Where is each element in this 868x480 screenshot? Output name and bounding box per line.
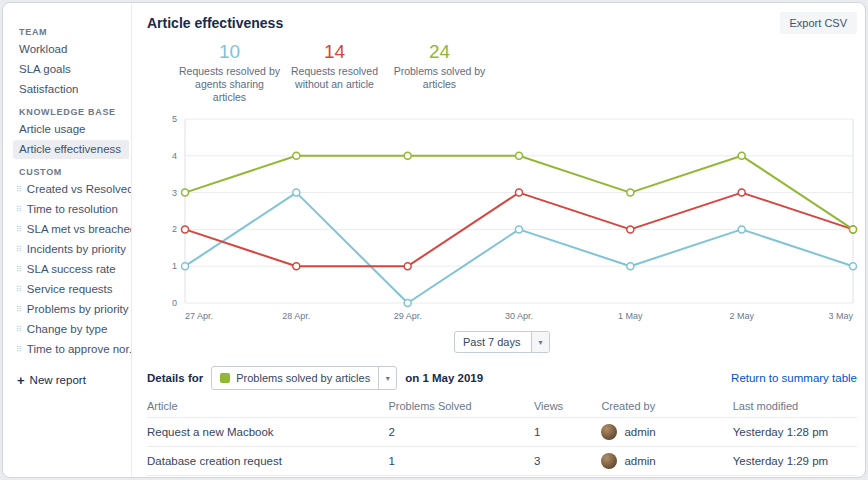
created-by-name: admin xyxy=(624,455,655,467)
chevron-down-icon: ▾ xyxy=(531,332,549,352)
x-axis-tick-label: 28 Apr. xyxy=(282,311,310,321)
chart-point[interactable] xyxy=(182,189,189,196)
time-range-value: Past 7 days xyxy=(455,332,531,352)
chart-point[interactable] xyxy=(182,226,189,233)
chart-point[interactable] xyxy=(404,152,411,159)
sidebar-section-knowledge-base: KNOWLEDGE BASEArticle usageArticle effec… xyxy=(3,107,131,159)
stat-value: 10 xyxy=(177,41,282,63)
drag-handle-icon[interactable]: ⠿ xyxy=(16,246,22,254)
sidebar-item-label: Problems by priority xyxy=(27,303,129,316)
problems-solved-cell: 1 xyxy=(388,447,534,476)
sidebar-item-label: SLA met vs breached xyxy=(27,223,131,236)
details-table: ArticleProblems SolvedViewsCreated byLas… xyxy=(147,395,857,476)
drag-handle-icon[interactable]: ⠿ xyxy=(16,226,22,234)
sidebar-item-service-requests[interactable]: ⠿Service requests xyxy=(3,280,131,299)
x-axis-tick-label: 29 Apr. xyxy=(394,311,422,321)
sidebar-item-time-to-resolution[interactable]: ⠿Time to resolution xyxy=(3,200,131,219)
drag-handle-icon[interactable]: ⠿ xyxy=(16,186,22,194)
series-select[interactable]: Problems solved by articles ▾ xyxy=(211,366,397,390)
column-header-problems-solved: Problems Solved xyxy=(388,395,534,418)
time-range-row: Past 7 days ▾ xyxy=(147,331,857,353)
sidebar-item-label: Satisfaction xyxy=(19,83,78,95)
details-bar: Details for Problems solved by articles … xyxy=(147,366,857,390)
column-header-views: Views xyxy=(534,395,601,418)
sidebar-item-article-usage[interactable]: Article usage xyxy=(3,120,131,139)
chevron-down-icon: ▾ xyxy=(378,367,396,389)
time-range-select[interactable]: Past 7 days ▾ xyxy=(454,331,550,353)
sidebar-item-change-by-type[interactable]: ⠿Change by type xyxy=(3,320,131,339)
sidebar-section-team: TEAMWorkloadSLA goalsSatisfaction xyxy=(3,27,131,99)
sidebar-item-time-to-approve-nor[interactable]: ⠿Time to approve nor... xyxy=(3,340,131,359)
chart-point[interactable] xyxy=(516,152,523,159)
sidebar-item-label: Service requests xyxy=(27,283,113,296)
sidebar-section-custom: CUSTOM⠿Created vs Resolved⠿Time to resol… xyxy=(3,167,131,359)
sidebar-item-incidents-by-priority[interactable]: ⠿Incidents by priority xyxy=(3,240,131,259)
chart-point[interactable] xyxy=(627,189,634,196)
sidebar-item-label: Created vs Resolved xyxy=(27,183,131,196)
y-axis-tick-label: 5 xyxy=(172,114,177,124)
stat-requests-resolved-by-agents-sharing-articles: 10Requests resolved by agents sharing ar… xyxy=(177,41,282,104)
new-report-button[interactable]: + New report xyxy=(3,367,131,389)
x-axis-tick-label: 30 Apr. xyxy=(505,311,533,321)
chart-point[interactable] xyxy=(627,226,634,233)
stat-problems-solved-by-articles: 24Problems solved by articles xyxy=(387,41,492,104)
drag-handle-icon[interactable]: ⠿ xyxy=(16,346,22,354)
sidebar-item-sla-success-rate[interactable]: ⠿SLA success rate xyxy=(3,260,131,279)
chart-point[interactable] xyxy=(627,263,634,270)
x-axis-tick-label: 2 May xyxy=(729,311,754,321)
drag-handle-icon[interactable]: ⠿ xyxy=(16,326,22,334)
sidebar-item-created-vs-resolved[interactable]: ⠿Created vs Resolved xyxy=(3,180,131,199)
series-select-value: Problems solved by articles xyxy=(236,372,370,384)
sidebar-section-heading: TEAM xyxy=(3,27,131,40)
sidebar-item-problems-by-priority[interactable]: ⠿Problems by priority xyxy=(3,300,131,319)
chart-point[interactable] xyxy=(293,152,300,159)
sidebar-item-sla-goals[interactable]: SLA goals xyxy=(3,60,131,79)
drag-handle-icon[interactable]: ⠿ xyxy=(16,206,22,214)
article-link[interactable]: Database creation request xyxy=(147,447,388,476)
return-to-summary-link[interactable]: Return to summary table xyxy=(731,372,857,384)
x-axis-tick-label: 27 Apr. xyxy=(185,311,213,321)
chart-point[interactable] xyxy=(850,226,857,233)
sidebar-item-label: SLA goals xyxy=(19,63,71,75)
chart-point[interactable] xyxy=(738,152,745,159)
sidebar-item-label: Article usage xyxy=(19,123,85,135)
chart-point[interactable] xyxy=(293,189,300,196)
sidebar-item-label: Change by type xyxy=(27,323,108,336)
problems-solved-cell: 2 xyxy=(388,418,534,447)
chart-point[interactable] xyxy=(738,189,745,196)
series-select-inner: Problems solved by articles xyxy=(212,372,378,384)
chart-point[interactable] xyxy=(404,263,411,270)
sidebar-item-label: Time to approve nor... xyxy=(27,343,131,356)
y-axis-tick-label: 4 xyxy=(172,151,177,161)
series-color-swatch xyxy=(220,373,230,383)
created-by-name: admin xyxy=(624,426,655,438)
chart-point[interactable] xyxy=(850,263,857,270)
drag-handle-icon[interactable]: ⠿ xyxy=(16,286,22,294)
export-csv-button[interactable]: Export CSV xyxy=(780,12,857,34)
article-link[interactable]: Request a new Macbook xyxy=(147,418,388,447)
chart-point[interactable] xyxy=(738,226,745,233)
chart-point[interactable] xyxy=(516,189,523,196)
drag-handle-icon[interactable]: ⠿ xyxy=(16,306,22,314)
drag-handle-icon[interactable]: ⠿ xyxy=(16,266,22,274)
summary-stats: 10Requests resolved by agents sharing ar… xyxy=(177,41,857,104)
sidebar-item-article-effectiveness[interactable]: Article effectiveness xyxy=(13,140,129,159)
sidebar-section-heading: CUSTOM xyxy=(3,167,131,180)
chart-point[interactable] xyxy=(516,226,523,233)
page-title: Article effectiveness xyxy=(147,15,283,31)
stat-requests-resolved-without-an-article: 14Requests resolved without an article xyxy=(282,41,387,104)
column-header-created-by: Created by xyxy=(601,395,732,418)
sidebar-item-workload[interactable]: Workload xyxy=(3,40,131,59)
stat-label: Requests resolved without an article xyxy=(282,65,387,91)
avatar xyxy=(601,453,617,469)
effectiveness-line-chart[interactable]: 01234527 Apr.28 Apr.29 Apr.30 Apr.1 May2… xyxy=(147,111,857,329)
chart-point[interactable] xyxy=(182,263,189,270)
sidebar-item-satisfaction[interactable]: Satisfaction xyxy=(3,80,131,99)
new-report-label: New report xyxy=(30,374,86,386)
chart-point[interactable] xyxy=(404,300,411,307)
report-header: Article effectiveness Export CSV xyxy=(147,12,857,34)
stat-value: 24 xyxy=(387,41,492,63)
chart-point[interactable] xyxy=(293,263,300,270)
avatar xyxy=(601,424,617,440)
sidebar-item-sla-met-vs-breached[interactable]: ⠿SLA met vs breached xyxy=(3,220,131,239)
